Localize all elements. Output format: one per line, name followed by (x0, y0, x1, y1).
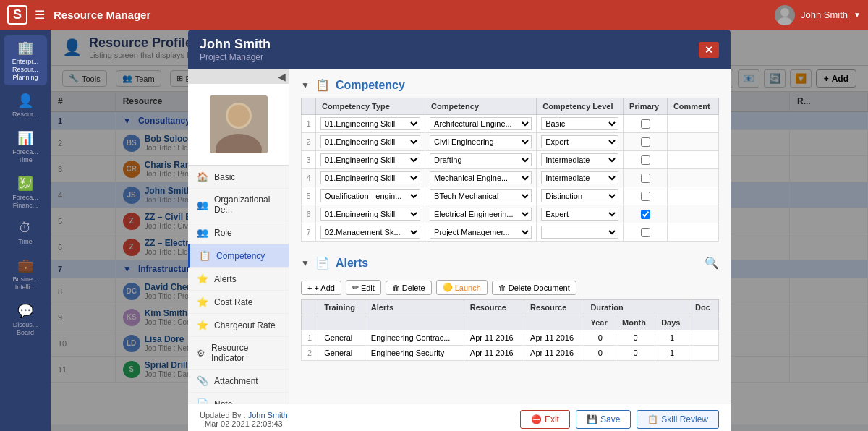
modal-nav-note[interactable]: 📄 Note (188, 393, 289, 404)
content-area: 👤 Resource Profile Listing screen that d… (51, 30, 868, 431)
competency-select[interactable]: Architectural Engine... (430, 117, 532, 130)
alerts-toolbar: + + Add ✏ Edit 🗑 Delete (301, 276, 719, 299)
primary-checkbox[interactable] (641, 174, 650, 183)
competency-select[interactable]: BTech Mechanical (430, 189, 532, 202)
al-resource2: Apr 11 2016 (524, 346, 584, 361)
competency-select[interactable]: Project Managemer... (430, 226, 532, 239)
primary-checkbox[interactable] (641, 155, 650, 165)
modal-nav-chargeout[interactable]: ⭐ Chargeout Rate (188, 314, 289, 337)
al-col-resource2: Resource (524, 300, 584, 315)
comp-type-select[interactable]: 01.Engineering Skill (320, 135, 420, 148)
alerts-delete-doc-btn[interactable]: 🗑 Delete Document (492, 281, 576, 295)
magnify-icon[interactable]: 🔍 (705, 256, 719, 270)
modal-footer: Updated By : John Smith Mar 02 2021 22:0… (188, 404, 731, 431)
sidebar-item-forecast-finance[interactable]: 💹 Foreca...Financ... (4, 171, 47, 214)
comp-type-select[interactable]: 01.Engineering Skill (320, 153, 420, 166)
modal-nav-role[interactable]: 👥 Role (188, 221, 289, 244)
alerts-collapse-btn[interactable]: ▼ (301, 258, 310, 268)
sidebar-item-discuss[interactable]: 💬 Discus...Board (4, 299, 47, 341)
alerts-icon: 📄 (315, 256, 330, 270)
updated-by-label: Updated By : (200, 411, 246, 419)
resource-icon: 👤 (17, 93, 33, 108)
comp-level-select[interactable]: Expert (541, 208, 618, 221)
user-menu[interactable]: John Smith ▼ (775, 5, 861, 25)
comp-level-select[interactable]: Distinction (541, 189, 618, 202)
nav-icon-resource-indicator: ⚙ (197, 348, 205, 359)
business-icon: 💼 (17, 257, 33, 273)
modal-close-button[interactable]: ✕ (699, 42, 719, 58)
sidebar-label-resource: Resour... (12, 111, 38, 119)
alerts-edit-btn[interactable]: ✏ Edit (346, 280, 381, 295)
competency-select[interactable]: Civil Engineering (430, 135, 532, 148)
comp-type-select[interactable]: 01.Engineering Skill (320, 117, 420, 130)
comp-comment (667, 115, 718, 133)
primary-checkbox[interactable] (641, 210, 650, 219)
exit-label: Exit (545, 414, 559, 424)
comp-level-select[interactable]: Intermediate (541, 153, 618, 166)
modal-person-name: John Smith (200, 37, 271, 52)
al-days: 1 (655, 330, 689, 346)
discuss-icon: 💬 (17, 303, 33, 319)
competency-select[interactable]: Electrical Engineerin... (430, 208, 532, 221)
menu-icon[interactable]: ☰ (35, 8, 45, 22)
primary-checkbox[interactable] (641, 228, 650, 237)
modal-nav-competency[interactable]: 📋 Competency (188, 244, 289, 268)
nav-icon-cost-rate: ⭐ (197, 296, 208, 307)
nav-icon-alerts: ⭐ (197, 273, 208, 284)
updated-by-user[interactable]: John Smith (248, 411, 288, 419)
nav-icon-competency: 📋 (199, 250, 210, 261)
sidebar-item-enterprise[interactable]: 🏢 Enterpr...Resour...Planning (4, 35, 47, 85)
comp-level-select[interactable]: Intermediate (541, 171, 618, 184)
comp-level-select[interactable] (541, 226, 618, 239)
comp-level-select[interactable]: Expert (541, 135, 618, 148)
col-comp-type: Competency Type (316, 98, 425, 115)
primary-checkbox[interactable] (641, 192, 650, 201)
sidebar-item-business[interactable]: 💼 Busine...Intelli... (4, 253, 47, 296)
competency-select[interactable]: Mechanical Engine... (430, 171, 532, 184)
comp-type-select[interactable]: 01.Engineering Skill (320, 171, 420, 184)
primary-checkbox[interactable] (641, 119, 650, 129)
al-col-duration: Duration (584, 300, 689, 315)
sidebar-item-resource[interactable]: 👤 Resour... (4, 88, 47, 123)
alerts-add-btn[interactable]: + + Add (301, 281, 341, 295)
save-button[interactable]: 💾 Save (576, 410, 631, 429)
add-icon: + (307, 283, 312, 292)
competency-select[interactable]: Drafting (430, 153, 532, 166)
comp-table-row: 1 01.Engineering Skill Architectural Eng… (302, 115, 719, 133)
sidebar-item-forecast-time[interactable]: 📊 Foreca...Time (4, 126, 47, 168)
col-competency: Competency (425, 98, 537, 115)
exit-button[interactable]: ⛔ Exit (520, 410, 570, 429)
comp-level-select[interactable]: Basic (541, 117, 618, 130)
nav-icon-note: 📄 (197, 398, 208, 404)
competency-table: Competency Type Competency Competency Le… (301, 98, 719, 242)
modal-person-title: Project Manager (200, 52, 271, 62)
modal-nav-attachment[interactable]: 📎 Attachment (188, 370, 289, 393)
competency-collapse-btn[interactable]: ▼ (301, 80, 310, 90)
skill-review-button[interactable]: 📋 Skill Review (637, 410, 719, 429)
modal-nav-org[interactable]: 👥 Organizational De... (188, 189, 289, 221)
alerts-launch-label: Launch (455, 283, 481, 292)
sidebar-collapse-arrow[interactable]: ◀ (278, 71, 286, 82)
modal-content-area[interactable]: ▼ 📋 Competency Competency Type Competenc… (289, 69, 731, 404)
nav-label-chargeout: Chargeout Rate (214, 320, 276, 330)
nav-label-cost-rate: Cost Rate (214, 297, 252, 307)
alerts-launch-btn[interactable]: 🟡 Launch (436, 280, 488, 295)
comp-type-select[interactable]: 01.Engineering Skill (320, 208, 420, 221)
competency-title: Competency (336, 79, 405, 92)
modal-sidebar: ◀ (188, 69, 289, 404)
comp-type-select[interactable]: Qualification - engin... (320, 189, 420, 202)
modal-nav-cost-rate[interactable]: ⭐ Cost Rate (188, 291, 289, 314)
primary-checkbox[interactable] (641, 137, 650, 147)
alerts-delete-btn[interactable]: 🗑 Delete (386, 281, 432, 295)
modal-nav-alerts[interactable]: ⭐ Alerts (188, 268, 289, 291)
nav-icon-basic: 🏠 (197, 171, 208, 182)
al-resource1: Apr 11 2016 (464, 330, 524, 346)
modal-nav-resource-indicator[interactable]: ⚙ Resource Indicator (188, 337, 289, 370)
nav-label-competency: Competency (216, 251, 265, 261)
al-days: 1 (655, 346, 689, 361)
updated-at: Mar 02 2021 22:03:43 (205, 419, 283, 428)
comp-type-select[interactable]: 02.Management Sk... (320, 226, 420, 239)
sidebar-item-time[interactable]: ⏱ Time (4, 216, 47, 250)
modal-nav-basic[interactable]: 🏠 Basic (188, 166, 289, 189)
svg-point-1 (778, 17, 792, 25)
